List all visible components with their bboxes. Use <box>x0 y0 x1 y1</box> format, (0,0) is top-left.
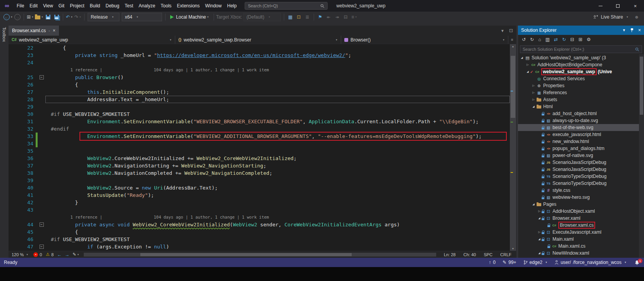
menu-file[interactable]: File <box>14 2 27 10</box>
pending-changes-filter-icon[interactable]: ▥ <box>545 37 549 42</box>
current-line[interactable]: AddressBar.Text = _homeUrl; <box>45 96 510 103</box>
outgoing-commits-button[interactable]: ↑ 0 <box>485 258 499 267</box>
menu-test[interactable]: Test <box>122 2 136 10</box>
code-line[interactable]: 34 <box>9 140 510 147</box>
navigate-backward-button[interactable]: ←▼ <box>3 13 13 21</box>
quick-search-box[interactable] <box>245 2 328 10</box>
code-line[interactable]: 23 private string _homeUrl = "https://de… <box>9 52 510 59</box>
ui-debugging-tools-icon[interactable]: ▦ <box>287 13 294 21</box>
start-debugging-button[interactable]: Local Machine▼ <box>167 13 212 21</box>
line-text[interactable]: Environment.SetEnvironmentVariable("WEBV… <box>45 133 510 140</box>
menu-extensions[interactable]: Extensions <box>174 2 202 10</box>
solution-configuration-dropdown[interactable]: Release▼ <box>88 13 119 21</box>
column-indicator[interactable]: Ch: 40 <box>463 252 476 257</box>
line-text[interactable]: { <box>45 228 510 236</box>
menu-tools[interactable]: Tools <box>158 2 174 10</box>
member-dropdown[interactable]: Browser()▼ <box>341 36 508 44</box>
bookmark-icon[interactable]: ⚑ <box>316 13 324 21</box>
line-number[interactable]: 35 <box>9 147 36 155</box>
line-text[interactable]: { <box>45 44 510 52</box>
solution-explorer-header[interactable]: Solution Explorer ▼ × <box>518 26 644 35</box>
fold-collapse-icon[interactable]: − <box>40 245 44 249</box>
undo-button[interactable]: ↶▼ <box>66 13 73 21</box>
code-cleanup-button[interactable]: ✎▼ <box>71 252 81 257</box>
solution-platform-dropdown[interactable]: x64▼ <box>122 13 162 21</box>
line-number[interactable]: 38 <box>9 169 36 177</box>
code-line[interactable]: 29 <box>9 103 510 110</box>
collapse-icon[interactable]: ◢ <box>520 56 524 59</box>
line-number[interactable]: 24 <box>9 59 36 66</box>
line-text[interactable] <box>45 103 510 110</box>
code-line[interactable]: 40 WebView2.Source = new Uri(AddressBar.… <box>9 184 510 191</box>
sync-with-active-document-icon[interactable]: ⇄ <box>554 37 558 42</box>
line-text[interactable]: this.InitializeComponent(); <box>45 88 510 96</box>
line-number[interactable]: 47 <box>9 243 36 250</box>
home-icon[interactable]: ⌂ <box>538 37 541 42</box>
navigate-forward-button[interactable]: → <box>14 13 21 21</box>
menu-view[interactable]: View <box>40 2 56 10</box>
line-number[interactable]: 46 <box>9 236 36 243</box>
panel-menu-icon[interactable]: ▼ <box>622 28 626 32</box>
save-all-button[interactable] <box>53 13 60 21</box>
menu-git[interactable]: Git <box>56 2 67 10</box>
line-number[interactable]: 30 <box>9 110 36 118</box>
target-device-dropdown[interactable]: (Default)▼ <box>243 13 281 21</box>
code-line[interactable]: 27 this.InitializeComponent(); <box>9 88 510 96</box>
collapse-all-icon[interactable]: ⊟ <box>570 37 574 42</box>
branch-button[interactable]: user/ /force_navigation_wcos ▼ <box>551 258 630 267</box>
line-text[interactable]: Environment.SetEnvironmentVariable("WEBV… <box>45 118 510 125</box>
zoom-dropdown[interactable]: 120 %▼ <box>9 252 31 257</box>
window-options-icon[interactable]: ⊡ <box>509 28 513 33</box>
code-line[interactable]: 35 <box>9 147 510 155</box>
line-number[interactable]: 32 <box>9 125 36 133</box>
refresh-icon[interactable]: ↻ <box>562 37 566 42</box>
pin-icon[interactable] <box>630 28 634 33</box>
tree-item-execute-javascript-html[interactable]: execute_javascript.html <box>518 131 644 138</box>
navigate-backward-icon[interactable]: ← <box>55 252 63 257</box>
navigate-forward-icon[interactable]: → <box>63 252 71 257</box>
next-bookmark-icon[interactable]: ↠ <box>333 13 341 21</box>
line-text[interactable] <box>45 140 510 147</box>
collapse-icon[interactable]: ◢ <box>531 203 536 206</box>
code-editor[interactable]: 22 {23 private string _homeUrl = "https:… <box>9 44 510 251</box>
code-line[interactable]: 30#if USE_WEBVIEW2_SMOKETEST <box>9 110 510 118</box>
collapse-icon[interactable]: ◢ <box>531 105 536 108</box>
collapse-icon[interactable]: ◢ <box>537 217 542 220</box>
tree-item-scenariotypescriptdebug[interactable]: ScenarioTypeScriptDebug <box>518 180 644 187</box>
line-number[interactable]: 25 <box>9 74 36 81</box>
solution-explorer-scrollbar[interactable] <box>639 54 644 258</box>
code-line[interactable]: 44− private async void WebView2_CoreWebV… <box>9 221 510 228</box>
code-line[interactable]: 24 <box>9 59 510 66</box>
tree-item-scenariojavascriptdebug[interactable]: ScenarioJavaScriptDebug <box>518 166 644 173</box>
properties-icon[interactable]: ⚙ <box>587 37 591 42</box>
codelens-row[interactable]: 1 reference | 104 days ago | 1 author, 1… <box>9 214 510 221</box>
vertical-scrollbar[interactable]: ▲ ▼ <box>510 44 516 251</box>
tree-item-browser-xaml-cs[interactable]: Browser.xaml.cs <box>518 222 644 229</box>
expand-icon[interactable]: ▷ <box>531 98 536 101</box>
tree-item-style-css[interactable]: style.css <box>518 187 644 194</box>
line-number[interactable]: 44 <box>9 221 36 228</box>
menu-analyze[interactable]: Analyze <box>136 2 158 10</box>
line-number[interactable]: 36 <box>9 155 36 162</box>
solution-explorer-search[interactable] <box>520 45 642 53</box>
toolbar-options-button[interactable]: ≡▼ <box>350 13 358 21</box>
tree-item-html[interactable]: ◢Html <box>518 103 644 110</box>
menu-debug[interactable]: Debug <box>103 2 122 10</box>
tree-item-main-xaml[interactable]: ◢Main.xaml <box>518 236 644 243</box>
line-text[interactable]: public Browser() <box>45 74 510 81</box>
tree-item-browser-xaml[interactable]: ◢Browser.xaml <box>518 215 644 222</box>
tree-item-addhostobject-xaml[interactable]: ▷AddHostObject.xaml <box>518 208 644 215</box>
fold-collapse-icon[interactable]: − <box>40 222 44 227</box>
fold-collapse-icon[interactable]: − <box>40 75 44 79</box>
line-number[interactable]: 39 <box>9 177 36 184</box>
code-line[interactable]: 37 WebView2.NavigationStarting += WebVie… <box>9 162 510 169</box>
line-number[interactable]: 22 <box>9 44 36 52</box>
menu-help[interactable]: Help <box>224 2 240 10</box>
tree-item-popups-and-dialogs-htm[interactable]: popups_and_dialogs.htm <box>518 145 644 152</box>
line-text[interactable]: if (args.Exception != null) <box>45 243 510 250</box>
tree-item-executejavascript-xaml[interactable]: ▷ExecuteJavascript.xaml <box>518 229 644 236</box>
tree-item-newwindow-xaml[interactable]: ◢NewWindow.xaml <box>518 250 644 257</box>
menu-build[interactable]: Build <box>87 2 103 10</box>
tree-item-solution-webview2-sample-uwp-3[interactable]: ◢Solution 'webview2_sample_uwp' (3 <box>518 54 644 61</box>
line-text[interactable] <box>45 147 510 155</box>
